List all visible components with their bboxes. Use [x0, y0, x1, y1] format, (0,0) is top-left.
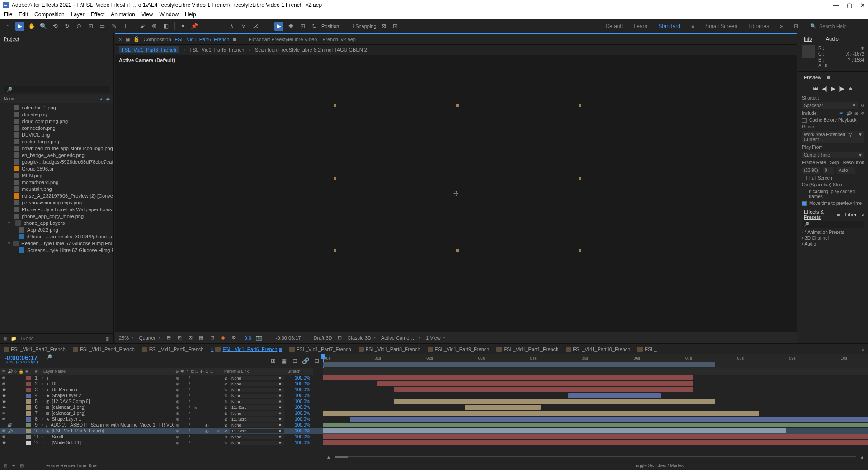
- project-file-item[interactable]: person-swimming copy.png: [0, 199, 113, 206]
- workspace-default[interactable]: Default: [605, 23, 623, 29]
- timeline-layer-bar[interactable]: [323, 381, 868, 387]
- minimize-button[interactable]: —: [833, 2, 839, 9]
- gear-icon[interactable]: ⚙: [231, 335, 237, 341]
- axis-view-icon[interactable]: ⋌: [251, 22, 260, 31]
- audio-tab[interactable]: Audio: [824, 35, 840, 43]
- menu-window[interactable]: Window: [159, 11, 179, 18]
- menu-file[interactable]: File: [4, 11, 12, 18]
- mask-icon[interactable]: ⊠: [187, 335, 193, 341]
- project-tab[interactable]: Project: [4, 36, 19, 42]
- project-file-item[interactable]: mountain.png: [0, 185, 113, 192]
- color-icon[interactable]: ◉: [220, 335, 226, 341]
- menu-layer[interactable]: Layer: [71, 11, 85, 18]
- lock-icon[interactable]: 🔓: [133, 36, 140, 42]
- timeline-layer-bar[interactable]: [323, 440, 868, 446]
- renderer-dropdown[interactable]: Classic 3D▼: [348, 335, 377, 341]
- brush-tool[interactable]: 🖌: [138, 22, 147, 31]
- project-file-item[interactable]: MEN.png: [0, 172, 113, 179]
- project-file-item[interactable]: cloud-computing.png: [0, 118, 113, 124]
- range-dropdown[interactable]: Work Area Extended By Current…▼: [802, 131, 864, 143]
- libraries-tab[interactable]: Libra: [843, 211, 858, 218]
- col-name[interactable]: Name: [4, 96, 99, 101]
- resolution-dropdown[interactable]: Quarter▼: [139, 335, 161, 341]
- tl-footer-icon-3[interactable]: ⊞: [20, 463, 24, 468]
- rotate-tool[interactable]: ↻: [62, 22, 71, 31]
- include-loop-icon[interactable]: ↻: [861, 111, 864, 116]
- timeline-tab[interactable]: ×FSL_Vid1_Part6_French ≡: [211, 347, 282, 352]
- channel-icon[interactable]: ⊡: [209, 335, 215, 341]
- zoom-dropdown[interactable]: 25%▼: [119, 335, 134, 341]
- layer-icon[interactable]: ▦: [125, 36, 130, 42]
- tl-icon-2[interactable]: ▦: [279, 356, 288, 365]
- puppet-tool[interactable]: 📌: [190, 22, 199, 31]
- close-comp-tab-icon[interactable]: ×: [119, 37, 122, 42]
- col-parent[interactable]: Parent & Link: [222, 368, 286, 375]
- col-stretch[interactable]: Stretch: [286, 368, 313, 375]
- effects-search-input[interactable]: [802, 221, 864, 228]
- zoom-out-icon[interactable]: ▲: [326, 455, 331, 460]
- timeline-tab[interactable]: FSL_Vid1_Part10_French: [566, 347, 630, 352]
- timeline-layer-bar[interactable]: [323, 410, 868, 416]
- include-video-icon[interactable]: 👁: [839, 111, 844, 116]
- col-solo-icon[interactable]: ○: [14, 369, 17, 374]
- home-icon[interactable]: ⌂: [4, 22, 13, 31]
- anchor-point-icon[interactable]: ✢: [453, 190, 459, 197]
- snapping-checkbox[interactable]: Snapping: [349, 24, 377, 29]
- timeline-tab[interactable]: FSL_Vid1_Part9_French: [428, 347, 490, 352]
- timeline-layer-bar[interactable]: [323, 387, 868, 393]
- 3d-icon[interactable]: ⊡: [337, 335, 343, 341]
- preview-resolution-dropdown[interactable]: Auto: [837, 167, 855, 174]
- col-label-icon[interactable]: ◈: [25, 369, 28, 374]
- zoom-tool[interactable]: 🔍: [39, 22, 48, 31]
- crop-icon[interactable]: ⊡: [298, 22, 307, 31]
- shortcut-dropdown[interactable]: Spacebar▼: [802, 102, 858, 109]
- project-file-item[interactable]: google-…badges-5926dec63df78cbe7eaf4f9e.…: [0, 158, 113, 165]
- timeline-layer-row[interactable]: 👁 5 ›⊞[12 DAYS Comp 6] ⊕/ ⊚None▼ 100.0%: [0, 399, 323, 404]
- timeline-layer-row[interactable]: 👁 11 ›□Scroll ⊕/ ⊚None▼ 100.0%: [0, 434, 323, 440]
- reset-icon[interactable]: ↺: [861, 103, 864, 108]
- timeline-layer-bar[interactable]: [323, 393, 868, 399]
- timeline-layer-row[interactable]: 👁 1 ›T ⊕/ ⊚None▼ 100.0%: [0, 375, 323, 381]
- workspace-libraries[interactable]: Libraries: [748, 23, 769, 29]
- project-file-item[interactable]: DEVICE.png: [0, 131, 113, 138]
- orbit-tool[interactable]: ⟲: [51, 22, 60, 31]
- hand-tool[interactable]: ✋: [27, 22, 36, 31]
- flowchart-tab[interactable]: Flowchart FreestyleLibre Video 1 French_…: [249, 37, 356, 42]
- col-audio-icon[interactable]: 🔊: [8, 369, 13, 374]
- menu-animation[interactable]: Animation: [111, 11, 135, 18]
- breadcrumb-1[interactable]: FSL_Vid1_Part6_French: [119, 46, 179, 53]
- toggle-switches-modes[interactable]: Toggle Switches / Modes: [633, 463, 684, 468]
- project-file-item[interactable]: climate.png: [0, 111, 113, 118]
- work-area[interactable]: [323, 362, 715, 367]
- trash-icon[interactable]: 🗑: [105, 336, 110, 341]
- next-frame-button[interactable]: |▶: [839, 85, 844, 92]
- roto-tool[interactable]: ✦: [178, 22, 187, 31]
- timeline-tabs-overflow[interactable]: »: [862, 347, 864, 352]
- fullscreen-checkbox[interactable]: [802, 176, 807, 180]
- last-frame-button[interactable]: ⏭: [848, 85, 854, 92]
- menu-help[interactable]: Help: [185, 11, 196, 18]
- project-file-item[interactable]: ▾Reader …tyle Libre 67 Glucose Hlmg EN L…: [0, 240, 113, 247]
- skip-dropdown[interactable]: 0: [823, 167, 834, 174]
- unified-camera-tool[interactable]: ⊙: [74, 22, 83, 31]
- timeline-layer-row[interactable]: 👁 7 ›▦[calendar_1.png] ⊕/ ⊚None▼ 100.0%: [0, 410, 323, 416]
- timeline-layer-bar[interactable]: [323, 375, 868, 381]
- tl-icon-5[interactable]: ⊡: [312, 356, 321, 365]
- timeline-layer-bar[interactable]: [323, 399, 868, 404]
- exposure-value[interactable]: +0.0: [241, 335, 251, 341]
- project-file-item[interactable]: App 2022.png: [0, 226, 113, 233]
- rectangle-tool[interactable]: ▭: [98, 22, 107, 31]
- timeline-layer-bar[interactable]: [323, 416, 868, 422]
- project-file-item[interactable]: Screens…tyle Libre 67 Glucose Hlmg EN.PS…: [0, 247, 113, 253]
- zoom-in-icon[interactable]: ▲: [860, 455, 864, 460]
- axis-local-icon[interactable]: ⋏: [227, 22, 236, 31]
- project-file-item[interactable]: iPhone_…an-results_300DPI/phone_app.psd: [0, 233, 113, 240]
- col-type-icon[interactable]: ◈: [106, 96, 110, 101]
- caching-checkbox[interactable]: [802, 192, 806, 196]
- timeline-layer-bar[interactable]: [323, 428, 868, 434]
- tl-footer-icon-1[interactable]: ⊡: [4, 463, 7, 468]
- preview-tab[interactable]: Preview: [802, 74, 823, 81]
- timeline-layer-row[interactable]: 👁 4 ›★Shape Layer 2 ⊕/ ⊚None▼ 100.0%: [0, 393, 323, 399]
- timeline-layer-bar[interactable]: [323, 404, 868, 410]
- search-help[interactable]: 🔍: [810, 23, 864, 29]
